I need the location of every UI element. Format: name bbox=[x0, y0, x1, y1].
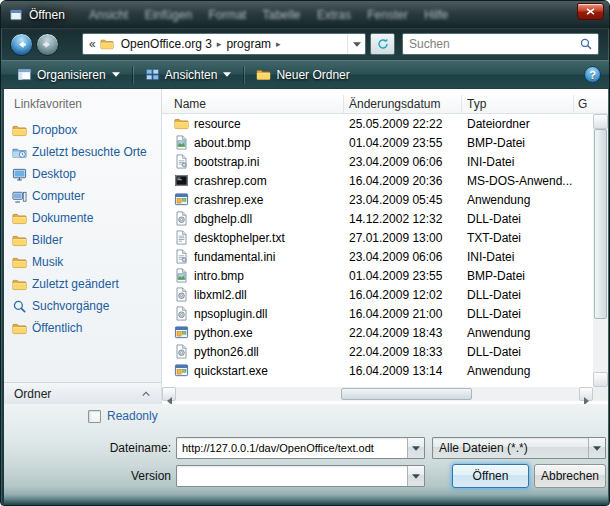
file-row[interactable]: npsoplugin.dll16.04.2009 21:00DLL-Datei bbox=[162, 304, 593, 323]
sidebar-item[interactable]: Bilder bbox=[4, 229, 161, 251]
back-button[interactable] bbox=[10, 33, 33, 56]
file-type: TXT-Datei bbox=[462, 231, 593, 245]
sidebar-item[interactable]: Öffentlich bbox=[4, 317, 161, 339]
breadcrumb-item[interactable]: program bbox=[223, 37, 274, 51]
file-row[interactable]: quickstart.exe16.04.2009 13:14Anwendung bbox=[162, 361, 593, 380]
views-label: Ansichten bbox=[165, 68, 218, 82]
open-file-dialog: Ansicht Einfügen Format Tabelle Extras F… bbox=[0, 0, 610, 506]
open-button[interactable]: Öffnen bbox=[452, 464, 529, 488]
new-folder-button[interactable]: Neuer Ordner bbox=[248, 64, 357, 85]
address-bar[interactable]: « OpenOffice.org 3 ▸ program ▸ bbox=[82, 33, 366, 55]
sidebar-item-label: Dokumente bbox=[32, 211, 93, 225]
bmp-file-icon bbox=[174, 268, 189, 283]
file-row[interactable]: dbghelp.dll14.12.2002 12:32DLL-Datei bbox=[162, 209, 593, 228]
version-combobox[interactable] bbox=[176, 465, 425, 487]
version-dropdown-button[interactable] bbox=[407, 466, 424, 486]
column-header-name[interactable]: Name bbox=[162, 95, 344, 113]
sidebar-item[interactable]: Computer bbox=[4, 185, 161, 207]
background-window-menu-blur: Ansicht Einfügen Format Tabelle Extras F… bbox=[89, 8, 519, 22]
scroll-up-button[interactable] bbox=[593, 114, 608, 129]
help-icon: ? bbox=[589, 69, 596, 81]
application-icon bbox=[174, 325, 189, 340]
organize-icon bbox=[17, 67, 32, 82]
address-dropdown-button[interactable] bbox=[347, 34, 365, 54]
file-row[interactable]: desktophelper.txt27.01.2009 13:00TXT-Dat… bbox=[162, 228, 593, 247]
breadcrumb-separator[interactable]: ▸ bbox=[215, 39, 224, 49]
folder-icon bbox=[174, 116, 189, 131]
column-headers: NameÄnderungsdatumTypG bbox=[162, 95, 608, 114]
file-modified-date: 16.04.2009 12:02 bbox=[344, 288, 462, 302]
file-row[interactable]: about.bmp01.04.2009 23:55BMP-Datei bbox=[162, 133, 593, 152]
title-bar[interactable]: Ansicht Einfügen Format Tabelle Extras F… bbox=[1, 1, 609, 29]
vertical-scrollbar-thumb[interactable] bbox=[594, 129, 607, 319]
sidebar-item[interactable]: Dokumente bbox=[4, 207, 161, 229]
dialog-icon bbox=[9, 8, 23, 22]
column-header-date[interactable]: Änderungsdatum bbox=[344, 95, 462, 113]
scroll-left-button[interactable] bbox=[162, 387, 176, 401]
folders-label: Ordner bbox=[14, 387, 51, 401]
sidebar-item[interactable]: Zuletzt geändert bbox=[4, 273, 161, 295]
file-name: dbghelp.dll bbox=[194, 212, 252, 226]
scroll-down-button[interactable] bbox=[593, 372, 608, 387]
file-name: fundamental.ini bbox=[194, 250, 275, 264]
ini-file-icon bbox=[174, 249, 189, 264]
file-row[interactable]: python26.dll22.04.2009 18:33DLL-Datei bbox=[162, 342, 593, 361]
file-modified-date: 01.04.2009 23:55 bbox=[344, 269, 462, 283]
sidebar-item[interactable]: Zuletzt besuchte Orte bbox=[4, 141, 161, 163]
file-row[interactable]: crashrep.exe23.04.2009 05:45Anwendung bbox=[162, 190, 593, 209]
searches-icon bbox=[12, 299, 27, 314]
file-modified-date: 16.04.2009 21:00 bbox=[344, 307, 462, 321]
filetype-dropdown-button[interactable] bbox=[588, 438, 605, 458]
version-label: Version bbox=[59, 469, 171, 483]
file-type: Anwendung bbox=[462, 326, 593, 340]
file-name: python26.dll bbox=[194, 345, 259, 359]
horizontal-scrollbar-thumb[interactable] bbox=[341, 388, 472, 400]
documents-folder-icon bbox=[12, 211, 27, 226]
file-row[interactable]: fundamental.ini23.04.2009 06:06INI-Datei bbox=[162, 247, 593, 266]
file-row[interactable]: libxml2.dll16.04.2009 12:02DLL-Datei bbox=[162, 285, 593, 304]
filetype-value: Alle Dateien (*.*) bbox=[433, 438, 588, 458]
sidebar-item[interactable]: Desktop bbox=[4, 163, 161, 185]
filename-input[interactable] bbox=[177, 438, 407, 458]
folders-expander[interactable]: Ordner bbox=[4, 382, 161, 404]
file-row[interactable]: python.exe22.04.2009 18:43Anwendung bbox=[162, 323, 593, 342]
file-modified-date: 23.04.2009 06:06 bbox=[344, 155, 462, 169]
filetype-combobox[interactable]: Alle Dateien (*.*) bbox=[432, 437, 606, 459]
back-arrow-icon bbox=[15, 38, 28, 51]
cancel-button[interactable]: Abbrechen bbox=[534, 464, 606, 488]
help-button[interactable]: ? bbox=[584, 66, 601, 83]
file-name: npsoplugin.dll bbox=[194, 307, 267, 321]
refresh-button[interactable] bbox=[370, 33, 395, 55]
breadcrumb-item[interactable]: OpenOffice.org 3 bbox=[118, 37, 215, 51]
organize-button[interactable]: Organisieren bbox=[9, 64, 128, 85]
search-box[interactable] bbox=[402, 33, 599, 55]
dll-file-icon bbox=[174, 344, 189, 359]
forward-button[interactable] bbox=[36, 33, 59, 56]
filename-dropdown-button[interactable] bbox=[407, 438, 424, 458]
vertical-scrollbar[interactable] bbox=[593, 114, 608, 387]
column-header-size[interactable]: G bbox=[574, 95, 608, 113]
scroll-right-button[interactable] bbox=[579, 387, 593, 401]
dialog-client-area: Linkfavoriten DropboxZuletzt besuchte Or… bbox=[4, 89, 608, 404]
horizontal-scrollbar[interactable] bbox=[162, 387, 593, 401]
breadcrumb-separator[interactable]: ▸ bbox=[274, 39, 283, 49]
filename-combobox[interactable] bbox=[176, 437, 425, 459]
column-header-type[interactable]: Typ bbox=[462, 95, 574, 113]
views-button[interactable]: Ansichten bbox=[137, 64, 240, 85]
file-row[interactable]: intro.bmp01.04.2009 23:55BMP-Datei bbox=[162, 266, 593, 285]
file-name: about.bmp bbox=[194, 136, 251, 150]
sidebar-item[interactable]: Suchvorgänge bbox=[4, 295, 161, 317]
file-row[interactable]: bootstrap.ini23.04.2009 06:06INI-Datei bbox=[162, 152, 593, 171]
readonly-label[interactable]: Readonly bbox=[107, 409, 158, 423]
file-row[interactable]: crashrep.com16.04.2009 20:36MS-DOS-Anwen… bbox=[162, 171, 593, 190]
sidebar-item[interactable]: Dropbox bbox=[4, 119, 161, 141]
breadcrumb-overflow-chevron[interactable]: « bbox=[83, 37, 100, 51]
file-modified-date: 22.04.2009 18:43 bbox=[344, 326, 462, 340]
sidebar-item-label: Zuletzt besuchte Orte bbox=[32, 145, 147, 159]
search-input[interactable] bbox=[403, 37, 579, 51]
readonly-checkbox[interactable] bbox=[88, 410, 101, 423]
sidebar-item[interactable]: Musik bbox=[4, 251, 161, 273]
file-modified-date: 25.05.2009 22:22 bbox=[344, 117, 462, 131]
file-row[interactable]: resource25.05.2009 22:22Dateiordner bbox=[162, 114, 593, 133]
close-button[interactable] bbox=[577, 3, 604, 20]
